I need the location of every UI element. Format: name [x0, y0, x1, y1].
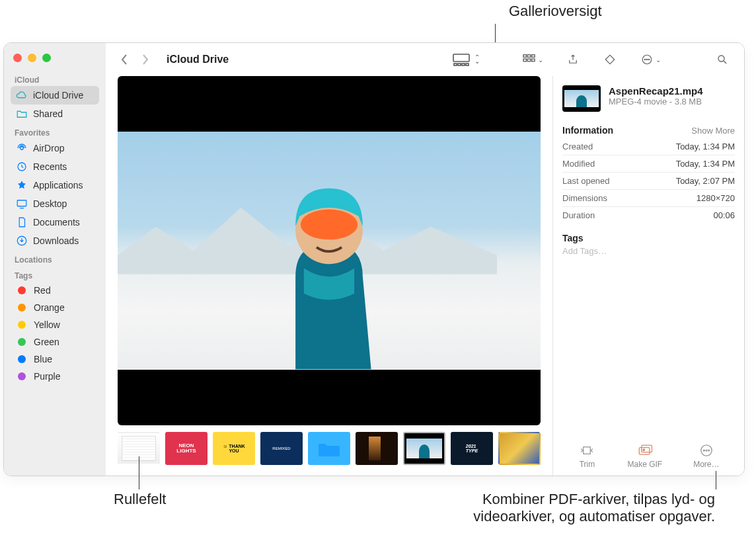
svg-rect-24	[642, 445, 652, 452]
person-graphic	[213, 167, 445, 369]
callout-gallery-view: Gallerioversigt	[509, 3, 602, 20]
close-button[interactable]	[13, 54, 22, 62]
zoom-button[interactable]	[42, 54, 51, 62]
thumbnail-item[interactable]: 2021TYPE	[451, 432, 493, 465]
svg-point-0	[20, 147, 24, 150]
sidebar-tag-green[interactable]: Green	[11, 333, 99, 351]
svg-rect-6	[458, 63, 461, 65]
file-name: AspenRecap21.mp4	[609, 85, 703, 97]
sidebar-item-label: Yellow	[34, 319, 60, 330]
svg-point-29	[708, 450, 710, 451]
forward-button[interactable]	[136, 51, 155, 68]
toolbar-actions: ⌄ ⌄	[517, 51, 735, 68]
sidebar-item-label: Orange	[34, 302, 65, 313]
minimize-button[interactable]	[28, 54, 36, 62]
svg-point-27	[703, 450, 704, 451]
svg-rect-2	[17, 200, 26, 206]
sidebar-item-icloud-drive[interactable]: iCloud Drive	[11, 86, 99, 105]
inspector-header: AspenRecap21.mp4 MPEG-4 movie - 3.8 MB	[562, 85, 735, 112]
toolbar: iCloud Drive ⌃⌄ ⌄ ⌄	[106, 43, 744, 76]
share-button[interactable]	[560, 51, 586, 68]
tags-button[interactable]	[597, 51, 623, 68]
sidebar-item-airdrop[interactable]: AirDrop	[11, 139, 99, 157]
quick-actions: Trim Make GIF More…	[562, 437, 735, 469]
sidebar-item-label: Shared	[33, 108, 63, 119]
show-more-button[interactable]: Show More	[691, 126, 735, 136]
thumbnail-item[interactable]	[498, 432, 541, 465]
shared-folder-icon	[16, 108, 28, 120]
thumbnail-item[interactable]: REMIXED	[260, 432, 303, 465]
sidebar-item-recents[interactable]: Recents	[11, 157, 99, 176]
view-mode-gallery-button[interactable]: ⌃⌄	[451, 53, 480, 66]
thumbnail-item[interactable]: NEONLIGHTS	[165, 432, 208, 465]
svg-rect-7	[462, 63, 465, 65]
tag-dot-icon	[18, 304, 26, 312]
info-row-last-opened: Last openedToday, 2:07 PM	[562, 173, 735, 190]
inspector-thumbnail	[562, 85, 601, 112]
sidebar-tag-purple[interactable]: Purple	[11, 368, 99, 385]
svg-rect-11	[532, 55, 535, 58]
svg-point-25	[643, 449, 645, 451]
sidebar-tag-blue[interactable]: Blue	[11, 351, 99, 368]
clock-icon	[16, 161, 28, 173]
trim-action[interactable]: Trim	[578, 444, 596, 469]
sidebar-item-label: Applications	[33, 180, 83, 190]
window-controls	[13, 54, 99, 62]
thumbnail-item[interactable]: ☺ THANKYOU	[213, 432, 255, 465]
sidebar-item-label: Recents	[33, 161, 67, 172]
info-row-modified: ModifiedToday, 1:34 PM	[562, 155, 735, 173]
airdrop-icon	[16, 142, 28, 154]
sidebar-heading-icloud: iCloud	[11, 74, 99, 86]
nav-buttons	[115, 51, 155, 68]
svg-rect-12	[523, 59, 527, 62]
sidebar-item-shared[interactable]: Shared	[11, 105, 99, 123]
svg-point-28	[706, 450, 707, 451]
make-gif-action[interactable]: Make GIF	[627, 444, 662, 469]
callout-quick-actions: Kombiner PDF-arkiver, tilpas lyd- og vid…	[473, 491, 715, 525]
sidebar-item-downloads[interactable]: Downloads	[11, 231, 99, 250]
document-icon	[16, 216, 28, 228]
sidebar-item-label: Blue	[34, 354, 52, 364]
main-pane: iCloud Drive ⌃⌄ ⌄ ⌄	[106, 43, 744, 476]
sidebar-item-label: Desktop	[33, 198, 67, 209]
file-kind-size: MPEG-4 movie - 3.8 MB	[609, 97, 703, 106]
group-by-button[interactable]: ⌄	[517, 51, 548, 68]
sidebar: iCloud iCloud Drive Shared Favorites Air…	[4, 43, 106, 476]
inspector-panel: AspenRecap21.mp4 MPEG-4 movie - 3.8 MB I…	[552, 76, 744, 476]
thumbnail-item[interactable]	[356, 432, 398, 465]
more-action[interactable]: More…	[693, 444, 719, 469]
search-button[interactable]	[710, 51, 735, 68]
location-title: iCloud Drive	[167, 54, 229, 65]
svg-rect-8	[466, 63, 469, 65]
tag-dot-icon	[18, 372, 26, 380]
sidebar-tag-orange[interactable]: Orange	[11, 299, 99, 316]
action-label: Make GIF	[627, 460, 662, 469]
preview-pane[interactable]	[118, 76, 541, 425]
thumbnail-strip[interactable]: NEONLIGHTS ☺ THANKYOU REMIXED 2021TYPE	[118, 425, 541, 469]
download-icon	[16, 235, 28, 247]
more-actions-button[interactable]: ⌄	[634, 51, 666, 68]
info-row-dimensions: Dimensions1280×720	[562, 190, 735, 207]
add-tags-field[interactable]: Add Tags…	[562, 246, 735, 256]
sidebar-item-label: iCloud Drive	[33, 90, 83, 101]
sidebar-item-label: Red	[34, 285, 51, 296]
thumbnail-item-selected[interactable]	[403, 432, 445, 465]
sidebar-tag-red[interactable]: Red	[11, 282, 99, 299]
svg-rect-10	[527, 55, 531, 58]
back-button[interactable]	[115, 51, 133, 68]
sidebar-item-desktop[interactable]: Desktop	[11, 194, 99, 213]
thumbnail-item-folder[interactable]	[308, 432, 350, 465]
sidebar-item-label: AirDrop	[33, 143, 64, 153]
svg-rect-14	[532, 59, 535, 62]
sidebar-heading-locations: Locations	[11, 254, 99, 266]
finder-window: iCloud iCloud Drive Shared Favorites Air…	[3, 42, 745, 476]
svg-point-18	[648, 59, 650, 60]
applications-icon	[16, 179, 28, 191]
sidebar-item-documents[interactable]: Documents	[11, 213, 99, 231]
sidebar-heading-favorites: Favorites	[11, 127, 99, 139]
sidebar-tag-yellow[interactable]: Yellow	[11, 316, 99, 333]
tag-dot-icon	[18, 338, 26, 346]
svg-point-16	[644, 59, 646, 60]
sidebar-item-applications[interactable]: Applications	[11, 176, 99, 194]
chevron-updown-icon: ⌃⌄	[474, 56, 480, 63]
